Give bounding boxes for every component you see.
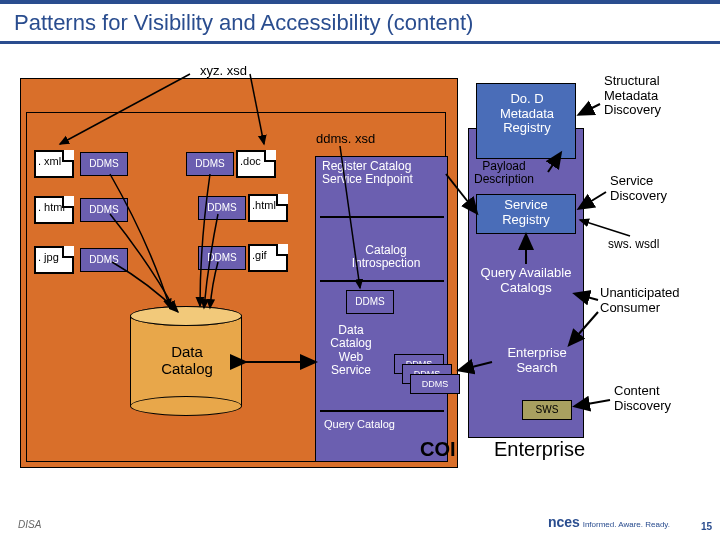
file-html2-label: .html [252,199,276,211]
dod-registry-label: Do. D Metadata Registry [482,92,572,135]
divider-3 [320,410,444,412]
xyz-xsd-label: xyz. xsd [200,64,247,78]
page-number: 15 [701,521,712,532]
file-jpg: . jpg [34,246,74,274]
divider-1 [320,216,444,218]
tagline: Informed. Aware. Ready. [583,520,670,529]
divider-2 [320,280,444,282]
file-gif-label: .gif [252,249,267,261]
catalog-introspection-label: Catalog Introspection [330,244,442,270]
brand: nces [548,514,580,530]
dcws-label: Data Catalog Web Service [320,324,382,377]
file-html-label: . html [38,201,65,213]
ddms-panel: DDMS [346,290,394,314]
data-catalog-label: Data Catalog [148,344,226,377]
query-catalogs-label: Query Available Catalogs [480,266,572,295]
file-html2: .html [248,194,288,222]
logo-left: DISA [18,519,41,530]
enterprise-label: Enterprise [494,438,585,460]
page-title: Patterns for Visibility and Accessibilit… [14,10,706,35]
file-jpg-label: . jpg [38,251,59,263]
ddms-gif: DDMS [198,246,246,270]
ddms-doc: DDMS [186,152,234,176]
sws-wsdl-label: sws. wsdl [608,238,659,251]
content-discovery-label: Content Discovery [614,384,714,413]
ddms-html2: DDMS [198,196,246,220]
file-doc: .doc [236,150,276,178]
footer: DISA nces Informed. Aware. Ready. 15 [0,506,720,536]
title-bar: Patterns for Visibility and Accessibilit… [0,0,720,44]
file-html: . html [34,196,74,224]
register-endpoint-label: Register Catalog Service Endpoint [322,160,444,186]
ddms-html: DDMS [80,198,128,222]
sws-chip: SWS [522,400,572,420]
service-discovery-label: Service Discovery [610,174,710,203]
enterprise-search-label: Enterprise Search [494,346,580,375]
logo-right: nces Informed. Aware. Ready. [548,514,670,530]
file-xml: . xml [34,150,74,178]
ddms-jpg: DDMS [80,248,128,272]
service-registry-label: Service Registry [480,198,572,227]
query-catalog-label: Query Catalog [324,418,434,430]
coi-label: COI [420,438,456,460]
diagram-canvas: xyz. xsd ddms. xsd sws. wsdl . xml DDMS … [0,44,720,508]
ddms-xsd-label: ddms. xsd [316,132,375,146]
file-doc-label: .doc [240,155,261,167]
payload-desc-label: Payload Description [460,160,548,186]
ddms-xml: DDMS [80,152,128,176]
structural-md-label: Structural Metadata Discovery [604,74,704,117]
file-xml-label: . xml [38,155,61,167]
unanticipated-label: Unanticipated Consumer [600,286,712,315]
file-gif: .gif [248,244,288,272]
